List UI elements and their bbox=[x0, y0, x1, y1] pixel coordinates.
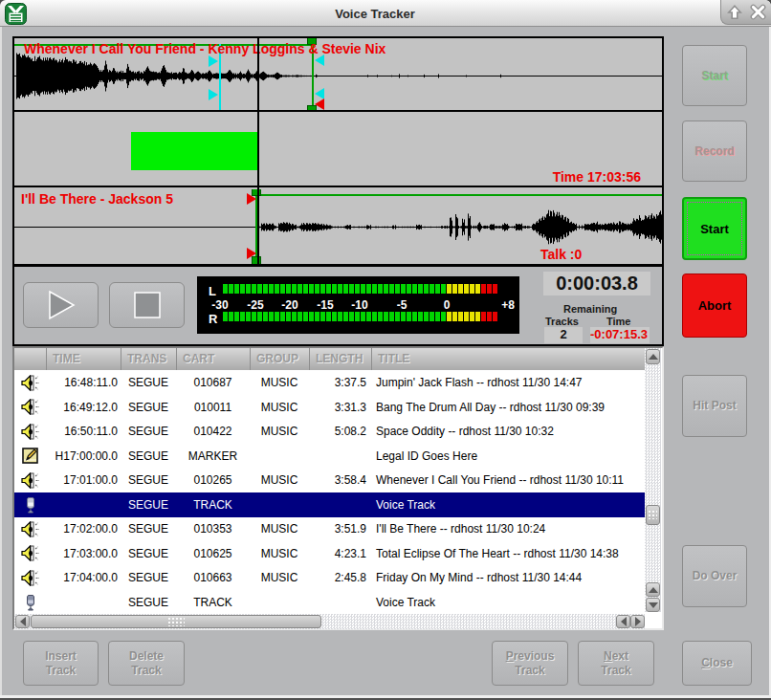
play-button[interactable] bbox=[23, 282, 99, 328]
log-cell-title: I'll Be There -- rdhost 11/30 10:24 bbox=[371, 516, 645, 541]
v-scrollbar[interactable] bbox=[645, 348, 661, 612]
v-scroll-down-button[interactable] bbox=[646, 598, 660, 612]
log-row[interactable]: 16:50:11.0SEGUE010422MUSIC5:08.2Space Od… bbox=[14, 419, 645, 444]
log-cell-length: 3:51.9 bbox=[309, 516, 371, 541]
record-button[interactable]: Record bbox=[682, 120, 747, 182]
arrow-up-icon bbox=[649, 587, 658, 593]
log-column-header-icon[interactable] bbox=[14, 348, 46, 370]
meter-segment bbox=[332, 284, 337, 294]
meter-segment bbox=[424, 284, 429, 294]
arrow-left-icon bbox=[621, 617, 627, 626]
stop-button[interactable] bbox=[109, 282, 185, 328]
log-column-header-GROUP[interactable]: GROUP bbox=[250, 348, 309, 370]
next-track-button[interactable]: NextTrack bbox=[578, 641, 654, 686]
delete-track-button[interactable]: DeleteTrack bbox=[108, 641, 185, 686]
region-handle[interactable] bbox=[252, 189, 261, 196]
start-track2-button[interactable]: Start bbox=[682, 197, 747, 260]
log-row[interactable]: SEGUETRACKVoice Track bbox=[14, 492, 645, 517]
meter-segment bbox=[280, 284, 285, 294]
meter-segment bbox=[246, 312, 251, 321]
focus-indicator bbox=[687, 202, 742, 255]
start-track1-button[interactable]: Start bbox=[682, 45, 747, 106]
log-row[interactable]: 17:04:00.0SEGUE010663MUSIC2:45.8Friday O… bbox=[14, 565, 645, 590]
v-scroll-up2-button[interactable] bbox=[646, 582, 660, 597]
close-window-button[interactable] bbox=[748, 3, 767, 22]
fade-marker-right-icon[interactable] bbox=[209, 89, 218, 100]
log-row[interactable]: 17:01:00.0SEGUE010265MUSIC3:58.4Whenever… bbox=[14, 468, 645, 492]
meter-segment bbox=[407, 312, 411, 321]
log-cell-trans: SEGUE bbox=[121, 492, 176, 517]
log-cell-title: Whenever I Call You Friend -- rdhost 11/… bbox=[371, 468, 645, 492]
log-cell-group bbox=[250, 492, 309, 517]
region-handle[interactable] bbox=[252, 256, 261, 264]
insert-track-button[interactable]: InsertTrack bbox=[23, 641, 99, 686]
meter-segment bbox=[372, 312, 377, 321]
arrow-left-icon bbox=[20, 617, 26, 626]
log-cell-title: Legal ID Goes Here bbox=[371, 444, 645, 469]
shade-window-button[interactable] bbox=[725, 3, 744, 22]
meter-segment bbox=[378, 312, 383, 321]
h-scroll-thumb[interactable] bbox=[31, 615, 321, 628]
log-cell-cart: TRACK bbox=[176, 492, 250, 517]
voice-track-editor[interactable]: Whenever I Call You Friend - Kenny Loggi… bbox=[12, 36, 664, 266]
log-column-header-TRANS[interactable]: TRANS bbox=[121, 348, 176, 370]
talk-time-label: Talk :0 bbox=[540, 247, 582, 262]
v-scroll-thumb[interactable] bbox=[646, 505, 660, 525]
meter-segment bbox=[303, 312, 308, 321]
log-row[interactable]: 16:49:12.0SEGUE010011MUSIC3:31.3Bang The… bbox=[14, 395, 645, 420]
arrow-up-icon bbox=[649, 354, 658, 360]
log-column-header-TIME[interactable]: TIME bbox=[46, 348, 121, 370]
log-list: TIMETRANSCARTGROUPLENGTHTITLE 16:48:11.0… bbox=[12, 346, 664, 630]
log-cell-icon bbox=[14, 468, 46, 492]
do-over-button[interactable]: Do Over bbox=[682, 545, 747, 607]
track1-zero-line bbox=[14, 76, 662, 77]
log-row[interactable]: 17:02:00.0SEGUE010353MUSIC3:51.9I'll Be … bbox=[14, 516, 645, 541]
region-handle[interactable] bbox=[307, 105, 317, 112]
voice-track-region[interactable] bbox=[131, 132, 257, 170]
log-row[interactable]: 17:03:00.0SEGUE010625MUSIC4:23.1Total Ec… bbox=[14, 541, 645, 566]
previous-track-button[interactable]: PreviousTrack bbox=[492, 641, 568, 686]
fade-marker-right-icon[interactable] bbox=[209, 55, 218, 67]
meter-segment bbox=[401, 312, 406, 321]
track1-waveform-panel[interactable]: Whenever I Call You Friend - Kenny Loggi… bbox=[14, 38, 662, 112]
meter-scale-label: -30 bbox=[211, 298, 228, 312]
h-scroll-left-button[interactable] bbox=[15, 615, 30, 628]
log-column-header-TITLE[interactable]: TITLE bbox=[371, 348, 645, 370]
log-row[interactable]: SEGUETRACKVoice Track bbox=[14, 590, 645, 615]
h-scroll-right-button[interactable] bbox=[630, 615, 645, 628]
meter-segment bbox=[326, 284, 331, 294]
track3-waveform-panel[interactable]: I'll Be There - Jackson 5 Talk :0 bbox=[14, 189, 662, 264]
log-row[interactable]: 16:48:11.0SEGUE010687MUSIC3:37.5Jumpin' … bbox=[14, 370, 645, 395]
abort-button[interactable]: Abort bbox=[682, 273, 747, 338]
log-cell-trans: SEGUE bbox=[121, 516, 176, 541]
titlebar[interactable]: Voice Tracker bbox=[0, 0, 771, 27]
log-column-header-CART[interactable]: CART bbox=[176, 348, 250, 370]
log-cell-trans: SEGUE bbox=[121, 541, 176, 566]
remaining-tracks-label: Tracks bbox=[545, 316, 579, 327]
h-scroll-left2-button[interactable] bbox=[616, 615, 630, 628]
meter-segment bbox=[418, 312, 423, 321]
log-header: TIMETRANSCARTGROUPLENGTHTITLE bbox=[14, 348, 645, 370]
meter-segment bbox=[309, 284, 314, 294]
track1-title: Whenever I Call You Friend - Kenny Loggi… bbox=[24, 41, 386, 56]
close-button[interactable]: Close bbox=[682, 641, 752, 686]
play-icon bbox=[42, 289, 80, 321]
log-column-header-LENGTH[interactable]: LENGTH bbox=[309, 348, 371, 370]
meter-segment bbox=[252, 312, 256, 321]
meter-segment bbox=[412, 312, 417, 321]
log-cell-icon bbox=[14, 541, 46, 566]
hit-post-button[interactable]: Hit Post bbox=[682, 375, 747, 437]
meter-segment bbox=[481, 284, 486, 294]
log-cell-time: 17:03:00.0 bbox=[46, 541, 121, 566]
log-cell-time: 17:02:00.0 bbox=[46, 516, 121, 541]
remaining-tracks-value: 2 bbox=[544, 327, 583, 343]
log-row[interactable]: H17:00:00.0SEGUEMARKERLegal ID Goes Here bbox=[14, 444, 645, 469]
meter-segment bbox=[470, 284, 474, 294]
log-cell-time: 17:01:00.0 bbox=[46, 468, 121, 492]
meter-segment bbox=[332, 312, 337, 321]
meter-segment bbox=[441, 312, 446, 321]
track2-voice-panel[interactable]: Time 17:03:56 bbox=[14, 114, 662, 187]
meter-segment bbox=[349, 284, 354, 294]
v-scroll-up-button[interactable] bbox=[646, 349, 660, 364]
log-cell-time: 17:04:00.0 bbox=[46, 565, 121, 590]
